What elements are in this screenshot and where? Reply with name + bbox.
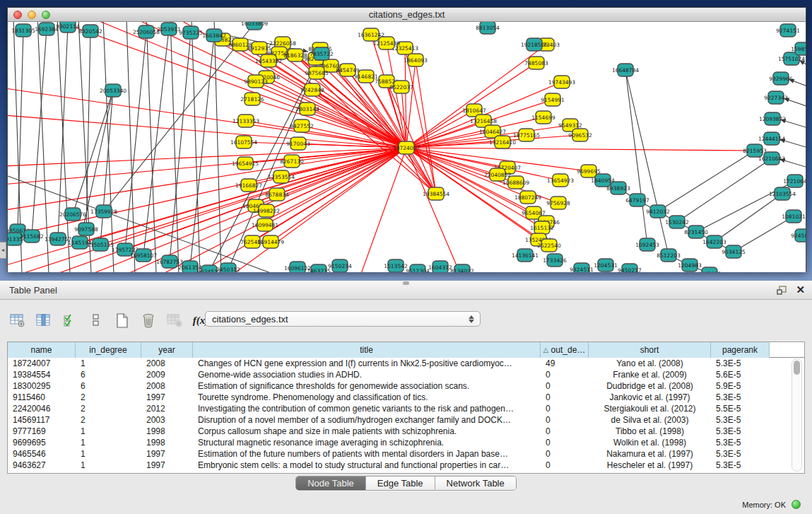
graph-node[interactable]: 9097588 (74, 223, 98, 235)
memory-indicator-icon[interactable] (792, 500, 801, 509)
row-height-icon[interactable] (87, 311, 105, 329)
graph-edge (73, 90, 113, 214)
graph-node-label: 15751074 (778, 56, 805, 62)
table-row[interactable]: 1872400712008Changes of HCN gene express… (8, 358, 804, 369)
graph-node[interactable]: 1831305 (11, 24, 35, 37)
table-row[interactable]: 946554611997Estimation of the future num… (8, 448, 804, 460)
graph-node[interactable]: 8678834 (265, 188, 289, 201)
network-window-titlebar[interactable]: citations_edges.txt (8, 8, 806, 22)
graph-node[interactable]: 9154991 (541, 93, 565, 106)
table-row[interactable]: 946362711997Embryonic stem cells: a mode… (8, 460, 804, 471)
graph-node[interactable]: 8134022 (450, 264, 474, 272)
table-cell: 18300295 (8, 380, 76, 392)
graph-node[interactable]: 18807249 (514, 191, 541, 204)
table-row[interactable]: 2242004622012Investigating the contribut… (8, 403, 804, 414)
table-row[interactable]: 969969511998Structural magnetic resonanc… (8, 437, 804, 448)
graph-node[interactable]: 1864093 (404, 54, 428, 66)
graph-node[interactable]: 9756928 (546, 197, 570, 209)
graph-node[interactable]: 14136141 (512, 249, 539, 262)
table-scrollbar[interactable] (792, 358, 802, 472)
column-header-year[interactable]: year (141, 342, 193, 358)
tab-node-table[interactable]: Node Table (296, 477, 366, 490)
table-row[interactable]: 911546021997Tourette syndrome. Phenomeno… (8, 392, 804, 403)
graph-node[interactable]: 16107554 (230, 136, 257, 148)
graph-node[interactable]: 8427552 (290, 119, 314, 132)
column-header-in-degree[interactable]: in_degree (76, 342, 141, 358)
graph-node[interactable]: 9450217 (618, 264, 642, 272)
column-header-short[interactable]: short (589, 342, 711, 358)
table-cell: 5.3E-5 (711, 437, 770, 448)
table-cell: 0 (541, 380, 589, 392)
graph-node[interactable]: 9227343 (764, 91, 788, 104)
graph-node[interactable]: 19654915 (232, 157, 259, 170)
splitter-handle[interactable] (403, 281, 409, 285)
graph-node[interactable]: 7485083 (524, 57, 548, 69)
table-row[interactable]: 1456911722003Disruption of a novel membe… (8, 414, 804, 426)
graph-node[interactable]: 9324511 (570, 263, 594, 272)
graph-node[interactable]: 1204531 (594, 259, 618, 271)
graph-node[interactable]: 13654923 (547, 174, 574, 187)
column-header-name[interactable]: name (8, 342, 76, 358)
network-graph[interactable]: 1872400776638228860128891293523226058982… (8, 22, 806, 272)
graph-edge (100, 90, 113, 245)
graph-node[interactable]: 17359928 (90, 205, 117, 218)
graph-node[interactable]: 20206576 (59, 208, 86, 221)
new-column-icon[interactable] (113, 311, 131, 329)
graph-node[interactable]: 12093872 (759, 112, 786, 125)
status-bar: Memory: OK (0, 495, 812, 514)
graph-node[interactable]: 9329966 (769, 72, 793, 85)
graph-node[interactable]: 8512203 (657, 249, 681, 262)
table-selector-dropdown[interactable]: citations_edges.txt (205, 311, 481, 327)
graph-node[interactable]: 8813054 (476, 22, 500, 34)
graph-node[interactable]: 1513542 (384, 259, 408, 272)
graph-node[interactable]: 12103554 (769, 187, 796, 200)
graph-node[interactable]: 9150234 (328, 259, 352, 272)
table-row[interactable]: 1830029562008Estimation of significance … (8, 380, 804, 392)
graph-node[interactable]: 16033809 (241, 22, 268, 30)
graph-node[interactable]: 8267130 (280, 155, 304, 168)
graph-node[interactable]: 16099481 (252, 218, 278, 231)
column-header-pagerank[interactable]: pagerank (711, 342, 770, 358)
column-checklist-icon[interactable] (61, 311, 79, 329)
graph-node[interactable]: 9245012 (791, 229, 806, 242)
graph-node[interactable]: 19743493 (548, 76, 575, 88)
graph-node[interactable]: 12444154 (758, 132, 785, 145)
float-panel-icon[interactable] (777, 286, 787, 295)
tab-edge-table[interactable]: Edge Table (366, 477, 435, 490)
graph-node[interactable]: 2450312 (216, 263, 240, 272)
column-header-out-de-[interactable]: △out_de… (541, 342, 589, 358)
table-row[interactable]: 1938455462009Genome-wide association stu… (8, 369, 804, 380)
delete-column-icon[interactable] (139, 311, 158, 329)
graph-node[interactable]: 1733426 (543, 254, 567, 267)
graph-node[interactable]: 1204983 (678, 259, 702, 271)
column-header-title[interactable]: title (193, 342, 541, 358)
graph-node[interactable]: 9274151 (776, 24, 800, 37)
graph-node[interactable]: 9735225 (179, 26, 203, 39)
graph-node[interactable]: 19384554 (423, 187, 449, 200)
graph-node[interactable]: 1092453 (635, 238, 659, 251)
graph-node[interactable]: 1604312 (428, 261, 452, 272)
graph-node[interactable]: 20053340 (100, 84, 126, 97)
graph-node[interactable]: 9170043 (286, 137, 310, 150)
graph-node[interactable]: 9512304 (406, 264, 430, 272)
panel-collapse-handle[interactable]: ◂ (0, 242, 6, 259)
graph-node[interactable]: 16648784 (612, 64, 639, 76)
graph-node[interactable]: 8320542 (78, 25, 102, 37)
select-columns-icon[interactable] (35, 311, 53, 329)
delete-table-icon[interactable] (165, 311, 184, 329)
graph-node[interactable]: 16914479 (257, 235, 284, 248)
table-cell: Estimation of significance thresholds fo… (193, 380, 541, 392)
graph-node[interactable]: 9302114 (56, 22, 80, 33)
scrollbar-thumb[interactable] (794, 361, 800, 375)
graph-node[interactable]: 2053911 (157, 23, 181, 35)
graph-node-label: 9699695 (577, 168, 601, 175)
close-panel-icon[interactable]: ✕ (796, 284, 805, 296)
graph-node[interactable]: 1154699 (531, 111, 555, 124)
table-settings-icon[interactable] (8, 311, 27, 329)
tab-network-table[interactable]: Network Table (435, 477, 516, 490)
table-cell: 1 (76, 460, 141, 471)
table-row[interactable]: 977716911998Corpus callosum shape and si… (8, 426, 804, 437)
table-cell: 0 (541, 460, 589, 471)
table-cell: 19384554 (8, 369, 76, 380)
network-canvas[interactable]: 1872400776638228860128891293523226058982… (8, 22, 806, 272)
